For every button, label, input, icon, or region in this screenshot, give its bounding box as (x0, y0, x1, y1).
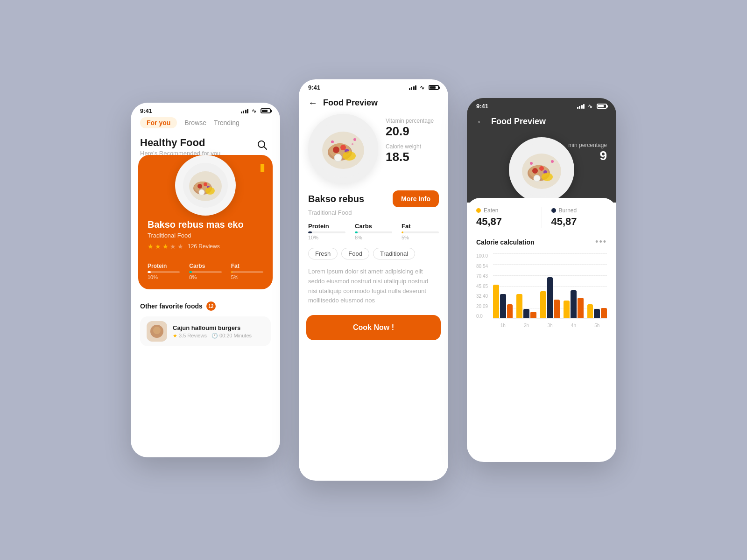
chart-group (540, 277, 560, 318)
svg-point-30 (532, 168, 538, 174)
wifi-icon-3: ∿ (588, 103, 592, 110)
cook-now-button[interactable]: Cook Now ! (306, 315, 441, 340)
x-label-1h: 1h (493, 323, 513, 328)
nav-tabs: For you Browse Trending (131, 117, 280, 133)
search-button[interactable] (254, 137, 271, 154)
food-rating: ★ 3.5 Reviews (173, 333, 207, 339)
carbs-bar (189, 271, 221, 273)
time-1: 9:41 (140, 107, 152, 114)
fat-label: Fat (231, 263, 263, 269)
burned-item: Burned 45,87 (551, 207, 607, 228)
chart-bar (601, 308, 607, 318)
tags-row: Fresh Food Traditional (299, 248, 448, 267)
chart-bar (578, 298, 584, 318)
phone-3: 9:41 ∿ ← Food Preview (467, 98, 616, 462)
y-label-3: 45.65 (476, 284, 493, 289)
tab-for-you[interactable]: For you (140, 117, 177, 128)
calorie-label: Calorie weight (386, 143, 439, 150)
svg-point-23 (331, 140, 334, 143)
dark-plate-area: min percentage 9 (467, 133, 616, 203)
star-4: ★ (170, 243, 176, 250)
phones-container: 9:41 ∿ For you Browse Trending Healthy F… (131, 79, 616, 481)
svg-point-10 (199, 189, 204, 195)
chart-bar (547, 277, 553, 318)
main-food-card: ▮ Bakso rebus mas eko Traditional Food ★… (138, 155, 273, 289)
back-button-2[interactable]: ← (308, 98, 317, 108)
tag-traditional[interactable]: Traditional (373, 248, 415, 259)
chart-x-labels: 1h 2h 3h 4h 5h (493, 323, 607, 328)
nutrition-carbs: Carbs 8% (189, 263, 221, 280)
carbs-pct: 8% (189, 274, 221, 280)
svg-point-25 (352, 143, 353, 145)
x-label-4h: 4h (564, 323, 583, 328)
svg-point-21 (343, 151, 356, 161)
battery-icon-2 (429, 85, 439, 90)
chart-group (587, 304, 607, 318)
star-5: ★ (177, 243, 183, 250)
card-food-type: Traditional Food (138, 232, 273, 243)
chart-bar (523, 309, 529, 318)
food-card-image (138, 155, 273, 216)
protein-label: Protein (148, 263, 180, 269)
eaten-label: Eaten (476, 207, 532, 214)
chart-bar (530, 312, 536, 318)
signal-icon-2 (409, 85, 417, 90)
status-bar-1: 9:41 ∿ (131, 103, 280, 117)
more-info-button[interactable]: More Info (393, 190, 439, 207)
food-type-sm: Traditional Food (299, 209, 448, 223)
svg-point-7 (204, 182, 207, 186)
chart-bar (587, 304, 593, 318)
bookmark-button[interactable]: ▮ (260, 161, 265, 174)
food-list-item[interactable]: Cajun halloumi burgers ★ 3.5 Reviews 🕐 0… (140, 316, 271, 346)
svg-point-35 (530, 162, 533, 165)
burned-dot (551, 208, 556, 213)
back-button-3[interactable]: ← (476, 116, 486, 127)
battery-icon-3 (597, 104, 607, 109)
svg-point-24 (353, 138, 356, 141)
dark-side-info: min percentage 9 (568, 142, 607, 163)
food-name-lg: Bakso rebus (308, 194, 364, 204)
clock-icon: 🕐 (211, 333, 218, 339)
chart-bar (507, 304, 513, 318)
food-list-name: Cajun halloumi burgers (173, 324, 264, 331)
chart-group (516, 294, 536, 318)
side-value: 9 (568, 148, 607, 163)
description-text: Lorem ipsum dolor sit ametr adipisicing … (299, 267, 448, 315)
white-card-section: Eaten 45,87 Burned 45,87 Calorie calcula… (467, 198, 616, 337)
y-label-2: 70.43 (476, 273, 493, 279)
chart-bars-area (493, 253, 607, 319)
food-image-svg (182, 162, 229, 209)
tag-food[interactable]: Food (341, 248, 369, 259)
y-label-5: 20.09 (476, 304, 493, 309)
chart-bar (564, 301, 570, 318)
more-options-button[interactable]: ••• (595, 237, 607, 247)
tab-browse[interactable]: Browse (184, 119, 206, 126)
other-fav-header: Other favorite foods 12 (140, 301, 271, 311)
preview-title-3: Food Preview (491, 117, 546, 126)
tab-trending[interactable]: Trending (214, 119, 240, 126)
protein-pct: 10% (148, 274, 180, 280)
x-label-5h: 5h (587, 323, 607, 328)
svg-point-6 (197, 184, 202, 189)
tag-fresh[interactable]: Fresh (308, 248, 338, 259)
x-label-2h: 2h (516, 323, 536, 328)
eaten-dot (476, 208, 481, 213)
svg-line-1 (264, 147, 267, 150)
card-divider (148, 256, 263, 256)
other-fav-label: Other favorite foods (140, 302, 203, 310)
preview-header-2: ← Food Preview (299, 94, 448, 114)
svg-point-36 (551, 160, 554, 163)
status-bar-3: 9:41 ∿ (467, 98, 616, 112)
reviews-count: 126 Reviews (188, 243, 220, 250)
chart-area: 100.0 80.54 70.43 45.65 32.40 20.09 0.0 (476, 253, 607, 328)
wifi-icon-2: ∿ (420, 84, 424, 91)
svg-point-31 (539, 166, 544, 171)
nutrition-protein: Protein 10% (148, 263, 180, 280)
chart-bar (493, 285, 499, 318)
nutrition-protein-2: Protein 10% (308, 223, 345, 240)
chart-group (564, 290, 583, 318)
chart-y-labels: 100.0 80.54 70.43 45.65 32.40 20.09 0.0 (476, 253, 493, 319)
nutrition-fat: Fat 5% (231, 263, 263, 280)
signal-icon-1 (241, 109, 249, 113)
plate-circle (175, 155, 236, 216)
